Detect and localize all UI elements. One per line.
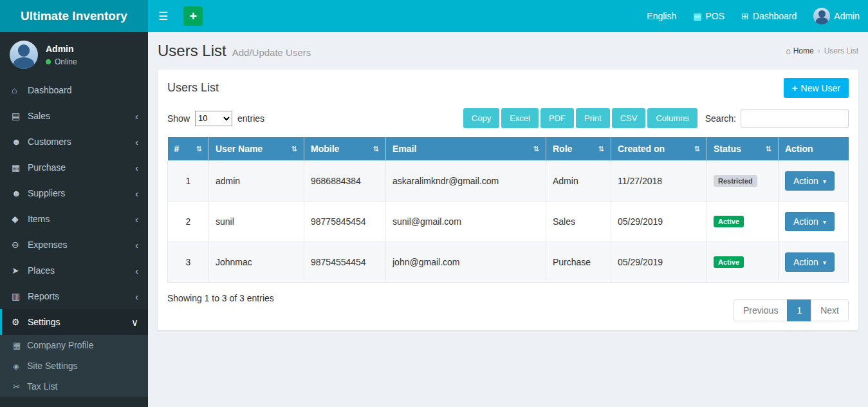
sidebar-user-panel: Admin Online (0, 32, 148, 77)
cell-role: Sales (546, 202, 611, 242)
column-header-created-on[interactable]: Created on⇅ (611, 137, 707, 161)
page-subtitle: Add/Update Users (232, 47, 311, 58)
new-user-label: New User (801, 83, 840, 93)
next-page-button[interactable]: Next (811, 299, 849, 321)
submenu-item-label: Tax List (27, 381, 138, 392)
online-status-dot (46, 59, 51, 64)
column-header-label: Email (392, 144, 416, 154)
new-user-button[interactable]: + New User (784, 78, 849, 98)
app-window: Ultimate Inventory ☰ + English ▦ POS ⊞ D… (0, 0, 868, 407)
language-menu[interactable]: English (638, 0, 685, 32)
sidebar-item-label: Customers (28, 137, 135, 147)
user-menu[interactable]: Admin (805, 0, 868, 32)
columns-button[interactable]: Columns (647, 108, 697, 128)
sidebar-item-site-settings[interactable]: ◈ Site Settings (0, 355, 148, 376)
breadcrumb-current: Users List (824, 46, 858, 55)
print-button[interactable]: Print (576, 108, 610, 128)
cell-email: askaralimkndr@gmail.com (386, 161, 546, 202)
status-badge: Restricted (714, 175, 757, 187)
sidebar-item-sales[interactable]: ▤ Sales ‹ (0, 103, 148, 129)
search-control: Search: (705, 109, 849, 128)
cell-created-on: 05/29/2019 (611, 242, 707, 283)
sidebar-item-purchase[interactable]: ▦ Purchase ‹ (0, 155, 148, 180)
chevron-left-icon: ‹ (135, 189, 138, 198)
content-wrapper: Users List Add/Update Users ⌂ Home › Use… (148, 32, 868, 330)
cell-role: Purchase (546, 242, 611, 283)
column-header-status[interactable]: Status⇅ (707, 137, 779, 161)
previous-page-button[interactable]: Previous (734, 299, 788, 321)
sidebar-item-reports[interactable]: ▥ Reports ‹ (0, 283, 148, 309)
items-icon: ◆ (12, 214, 28, 224)
column-header-role[interactable]: Role⇅ (546, 137, 611, 161)
chevron-left-icon: ‹ (135, 292, 138, 301)
sort-icon: ⇅ (766, 145, 771, 153)
status-badge: Active (714, 256, 744, 268)
column-header-username[interactable]: User Name⇅ (209, 137, 304, 161)
sidebar-item-tax-list[interactable]: ✂ Tax List (0, 376, 148, 397)
pos-label: POS (706, 11, 725, 21)
sidebar-item-suppliers[interactable]: ☻ Suppliers ‹ (0, 180, 148, 206)
column-header-label: Action (785, 144, 813, 154)
sidebar-item-label: Settings (28, 317, 131, 327)
users-table: #⇅ User Name⇅ Mobile⇅ Email⇅ Role⇅ Creat… (167, 137, 849, 283)
scissors-icon: ✂ (13, 382, 27, 392)
column-header-email[interactable]: Email⇅ (386, 137, 546, 161)
breadcrumb: ⌂ Home › Users List (786, 46, 858, 55)
sidebar-item-dashboard[interactable]: ⌂ Dashboard (0, 77, 148, 103)
breadcrumb-home-link[interactable]: ⌂ Home (786, 46, 813, 55)
submenu-item-label: Company Profile (27, 340, 138, 350)
quick-add-button[interactable]: + (183, 6, 203, 26)
app-logo[interactable]: Ultimate Inventory (0, 0, 148, 32)
dashboard-link[interactable]: ⊞ Dashboard (733, 0, 805, 32)
table-row: 1 admin 9686884384 askaralimkndr@gmail.c… (168, 161, 849, 202)
sidebar-item-label: Suppliers (28, 188, 135, 198)
pdf-button[interactable]: PDF (540, 108, 574, 128)
page-length-control: Show 10 entries (167, 111, 264, 126)
column-header-action[interactable]: Action (779, 137, 849, 161)
sidebar-item-customers[interactable]: ☻ Customers ‹ (0, 129, 148, 155)
pos-link[interactable]: ▦ POS (685, 0, 733, 32)
action-dropdown-button[interactable]: Action ▾ (785, 212, 835, 231)
sidebar-item-expenses[interactable]: ⊖ Expenses ‹ (0, 232, 148, 258)
sidebar-item-label: Sales (28, 111, 135, 121)
action-dropdown-button[interactable]: Action ▾ (785, 252, 835, 272)
sidebar-item-label: Expenses (28, 240, 135, 250)
column-header-label: Created on (618, 144, 665, 154)
places-icon: ➤ (12, 265, 28, 276)
cell-action: Action ▾ (779, 202, 849, 242)
page-1-button[interactable]: 1 (787, 299, 811, 321)
column-header-number[interactable]: #⇅ (168, 137, 209, 161)
action-dropdown-button[interactable]: Action ▾ (785, 171, 835, 191)
breadcrumb-separator: › (818, 46, 820, 55)
sort-icon: ⇅ (373, 145, 379, 153)
sort-icon: ⇅ (694, 145, 700, 153)
copy-button[interactable]: Copy (463, 108, 499, 128)
column-header-label: # (174, 144, 180, 154)
page-title-group: Users List Add/Update Users (158, 42, 311, 60)
entries-label: entries (237, 113, 264, 124)
csv-button[interactable]: CSV (612, 108, 646, 128)
hamburger-icon[interactable]: ☰ (148, 0, 178, 32)
page-title: Users List (158, 42, 226, 60)
sidebar-item-company-profile[interactable]: ▦ Company Profile (0, 335, 148, 355)
column-header-mobile[interactable]: Mobile⇅ (304, 137, 386, 161)
search-input[interactable] (741, 109, 849, 128)
sidebar-user-name: Admin (46, 44, 77, 54)
excel-button[interactable]: Excel (501, 108, 539, 128)
sidebar-item-places[interactable]: ➤ Places ‹ (0, 258, 148, 283)
cell-email: sunil@gmail.com (386, 202, 546, 242)
table-info: Showing 1 to 3 of 3 entries (167, 290, 274, 303)
sidebar-item-items[interactable]: ◆ Items ‹ (0, 206, 148, 232)
page-length-select[interactable]: 10 (195, 111, 232, 126)
datatable-footer: Showing 1 to 3 of 3 entries Previous 1 N… (158, 283, 858, 325)
column-header-label: Role (553, 144, 572, 154)
datatable-controls: Show 10 entries Copy Excel PDF Print CSV… (158, 104, 858, 137)
breadcrumb-home-label: Home (793, 46, 814, 55)
table-head: #⇅ User Name⇅ Mobile⇅ Email⇅ Role⇅ Creat… (168, 137, 849, 161)
content: Users List + New User Show 10 entries (148, 70, 868, 330)
cell-status: Active (707, 202, 779, 242)
caret-down-icon: ▾ (823, 178, 826, 185)
sidebar-item-label: Items (28, 214, 135, 224)
sidebar-item-settings[interactable]: ⚙ Settings ∨ (0, 309, 148, 335)
action-label: Action (793, 176, 818, 186)
